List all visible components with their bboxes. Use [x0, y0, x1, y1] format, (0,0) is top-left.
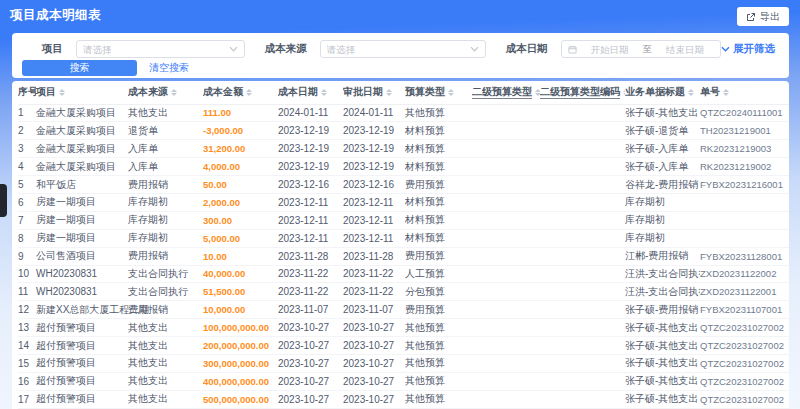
table-cell: 2023-12-19: [278, 140, 343, 158]
start-date-input[interactable]: [581, 44, 639, 55]
export-label: 导出: [760, 10, 780, 24]
end-date-input[interactable]: [656, 44, 714, 55]
sort-icon[interactable]: [321, 89, 327, 97]
table-cell: 入库单: [128, 158, 203, 176]
table-cell: 费用报销: [128, 247, 203, 265]
filter-row: 项目 成本来源 成本日期 至: [12, 40, 789, 58]
table-cell: 其他预算: [405, 337, 472, 355]
table-cell: [540, 372, 625, 390]
table-cell: 其他预算: [405, 390, 472, 408]
table-cell: [700, 229, 789, 247]
table-cell: 其他预算: [405, 319, 472, 337]
table-cell: 200,000,000.00: [203, 337, 278, 355]
expand-filter-link[interactable]: 展开筛选: [721, 42, 775, 56]
table-cell: [540, 283, 625, 301]
table-cell: 2023-11-22: [343, 265, 405, 283]
table-cell: [540, 265, 625, 283]
date-filter-label: 成本日期: [506, 42, 548, 56]
table-cell: 51,500.00: [203, 283, 278, 301]
drawer-handle[interactable]: [0, 184, 7, 217]
column-header-label: 成本金额: [203, 86, 243, 97]
table-cell: 金融大厦采购项目: [36, 104, 128, 122]
table-cell: 13: [18, 319, 36, 337]
sort-icon[interactable]: [246, 89, 252, 97]
column-header-label: 二级预算类型: [472, 86, 532, 99]
table-cell: [472, 176, 540, 194]
source-select[interactable]: [320, 40, 486, 58]
table-cell: [700, 211, 789, 229]
sort-icon[interactable]: [171, 89, 177, 97]
column-header-2[interactable]: 项目: [36, 81, 128, 104]
table-cell: 超付预警项目: [36, 319, 128, 337]
table-cell: 房建一期项目: [36, 229, 128, 247]
table-cell: 2023-12-19: [278, 122, 343, 140]
table-cell: 10.00: [203, 247, 278, 265]
table-cell: 超付预警项目: [36, 372, 128, 390]
sort-icon[interactable]: [386, 89, 392, 97]
source-select-input[interactable]: [327, 44, 470, 55]
column-header-1[interactable]: 序号: [18, 81, 36, 104]
column-header-5[interactable]: 成本日期: [278, 81, 343, 104]
table-cell: 超付预警项目: [36, 337, 128, 355]
table-cell: 2023-10-27: [278, 319, 343, 337]
table-cell: [540, 319, 625, 337]
date-separator: 至: [643, 43, 653, 56]
export-button[interactable]: 导出: [737, 7, 789, 26]
table-cell: 汪洪-支出合同执行: [625, 265, 700, 283]
column-header-6[interactable]: 审批日期: [343, 81, 405, 104]
table-cell: 2023-12-16: [343, 176, 405, 194]
table-cell: 11: [18, 283, 36, 301]
table-cell: 2023-10-27: [278, 337, 343, 355]
table-cell: 2023-10-27: [278, 372, 343, 390]
table-cell: 8: [18, 229, 36, 247]
table-cell: 其他支出: [128, 354, 203, 372]
table-cell: 其他支出: [128, 337, 203, 355]
column-header-label: 项目: [36, 86, 56, 97]
clear-search-link[interactable]: 清空搜索: [149, 61, 189, 75]
search-button[interactable]: 搜索: [22, 60, 137, 76]
table-cell: 金融大厦采购项目: [36, 122, 128, 140]
column-header-11[interactable]: 单号: [700, 81, 789, 104]
sort-icon[interactable]: [723, 89, 729, 97]
table-cell: 9: [18, 247, 36, 265]
table-cell: 2023-12-11: [278, 229, 343, 247]
cost-detail-table-card: 序号项目成本来源成本金额成本日期审批日期预算类型二级预算类型二级预算类型编码业务…: [12, 81, 789, 409]
column-header-3[interactable]: 成本来源: [128, 81, 203, 104]
date-range-picker[interactable]: 至: [561, 40, 722, 58]
table-cell: RK20231219002: [700, 158, 789, 176]
sort-icon[interactable]: [448, 89, 454, 97]
filter-actions: 搜索 清空搜索: [12, 59, 789, 76]
column-header-9[interactable]: 二级预算类型编码: [540, 81, 625, 104]
project-select[interactable]: [76, 40, 245, 58]
table-cell: [540, 104, 625, 122]
table-cell: 其他支出: [128, 372, 203, 390]
sort-icon[interactable]: [59, 89, 65, 97]
table-cell: [472, 283, 540, 301]
column-header-10[interactable]: 业务单据标题: [625, 81, 700, 104]
column-header-label: 序号: [18, 86, 36, 97]
column-header-8[interactable]: 二级预算类型: [472, 81, 540, 104]
column-header-4[interactable]: 成本金额: [203, 81, 278, 104]
table-cell: 2023-11-22: [343, 283, 405, 301]
table-cell: 10: [18, 265, 36, 283]
column-header-label: 预算类型: [405, 86, 445, 97]
sort-icon[interactable]: [688, 89, 694, 97]
table-cell: 2023-10-27: [343, 372, 405, 390]
table-cell: 超付预警项目: [36, 390, 128, 408]
table-cell: 100,000,000.00: [203, 319, 278, 337]
table-cell: 2023-12-11: [278, 193, 343, 211]
table-cell: 5: [18, 176, 36, 194]
table-row: 13超付预警项目其他支出100,000,000.002023-10-272023…: [18, 319, 789, 337]
table-row: 12新建XX总部大厦工程二期费用报销10,000.002023-11-07202…: [18, 301, 789, 319]
source-filter-label: 成本来源: [265, 42, 307, 56]
table-cell: 谷祥龙-费用报销: [625, 176, 700, 194]
table-cell: 库存期初: [128, 229, 203, 247]
project-select-input[interactable]: [83, 44, 229, 55]
table-cell: 库存期初: [625, 229, 700, 247]
table-cell: ZXD20231122001: [700, 283, 789, 301]
table-cell: [540, 390, 625, 408]
table-cell: FYBX20231128001: [700, 247, 789, 265]
table-cell: 费用预算: [405, 301, 472, 319]
table-cell: 12: [18, 301, 36, 319]
column-header-7[interactable]: 预算类型: [405, 81, 472, 104]
